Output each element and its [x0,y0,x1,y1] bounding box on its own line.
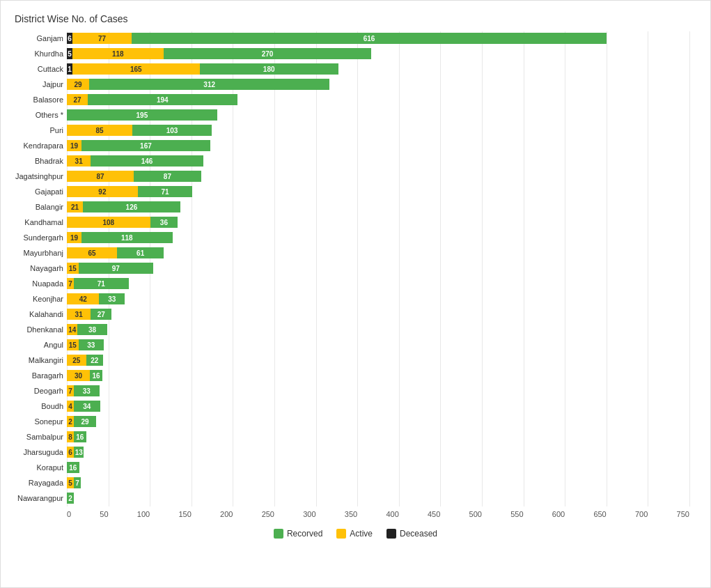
district-label: Jagatsinghpur [8,172,63,180]
bar-group: 1533 [67,339,104,350]
table-row: Jagatsinghpur8787 [67,169,689,183]
table-row: Malkangiri2522 [67,353,689,367]
bar-group: 3016 [67,370,102,381]
bar-recovered: 33 [74,385,100,396]
recovered-label: Recorved [287,529,322,539]
x-tick-label: 650 [593,510,606,518]
table-row: Cuttack1165180 [67,62,689,76]
district-label: Nuapada [8,279,63,288]
bar-deceased: 6 [67,33,72,44]
bar-group: 1165180 [67,63,338,75]
table-row: Gajapati9271 [67,185,689,199]
bar-group: 195 [67,109,217,121]
district-label: Baragarh [8,371,63,380]
bar-active: 15 [67,263,79,274]
district-label: Gajapati [8,187,63,196]
bar-group: 31146 [67,155,203,167]
bar-recovered: 33 [79,339,104,350]
bar-active: 2 [67,416,74,427]
district-label: Rayagada [8,479,63,487]
table-row: Keonjhar4233 [67,292,689,306]
x-tick-label: 600 [552,510,565,518]
district-label: Others * [8,111,63,119]
x-tick-label: 0 [67,510,71,518]
table-row: Sundergarh19118 [67,231,689,245]
table-row: Khurdha5118270 [67,47,689,61]
bar-group: 8787 [67,171,201,182]
bar-active: 27 [67,94,88,105]
x-tick-label: 200 [220,510,233,518]
bar-active: 87 [67,171,134,182]
district-label: Ganjam [8,34,63,42]
bar-group: 2 [67,493,74,504]
bar-group: 85103 [67,125,212,136]
bar-recovered: 13 [74,447,84,458]
table-row: Others *195 [67,108,689,122]
bar-recovered: 61 [117,247,164,258]
bar-active: 85 [67,125,132,136]
bar-group: 3127 [67,309,111,320]
x-tick-label: 550 [510,510,523,518]
district-label: Kendrapara [8,141,63,150]
bar-group: 1597 [67,263,153,274]
bar-active: 25 [67,355,86,366]
bar-active: 6 [67,447,74,458]
bar-recovered: 194 [88,94,237,105]
table-row: Jajpur29312 [67,77,689,91]
bar-recovered: 38 [77,324,107,335]
district-label: Bhadrak [8,157,63,165]
bar-group: 733 [67,385,100,396]
table-row: Nawarangpur2 [67,491,689,505]
legend-active: Active [336,529,373,539]
bar-recovered: 71 [138,186,193,197]
bar-active: 31 [67,155,91,167]
district-label: Sundergarh [8,233,63,242]
bar-active: 30 [67,370,90,381]
deceased-label: Deceased [400,529,437,539]
bar-active: 118 [72,48,164,59]
table-row: Rayagada57 [67,476,689,490]
bar-group: 19118 [67,232,173,243]
bar-active: 92 [67,186,138,197]
legend-deceased: Deceased [386,529,437,539]
table-row: Puri85103 [67,123,689,137]
district-label: Sambalpur [8,433,63,441]
bar-active: 65 [67,247,117,258]
x-tick-label: 400 [386,510,398,518]
legend-recovered: Recorved [274,529,322,539]
bar-active: 19 [67,232,81,243]
bar-recovered: 22 [86,355,103,366]
bar-group: 1438 [67,324,107,335]
recovered-dot [274,529,283,539]
x-tick-label: 150 [178,510,191,518]
bar-recovered: 146 [91,155,203,167]
bar-group: 16 [67,462,79,473]
bar-group: 4233 [67,293,125,304]
active-label: Active [350,529,373,539]
bar-active: 165 [72,63,200,75]
bar-recovered: 270 [164,48,372,59]
table-row: Dhenkanal1438 [67,323,689,336]
bar-active: 31 [67,309,91,320]
bar-deceased: 5 [67,48,72,59]
bar-recovered: 87 [134,171,201,182]
district-label: Kalahandi [8,310,63,318]
x-tick-label: 300 [303,510,315,518]
table-row: Nuapada771 [67,277,689,291]
bar-group: 677616 [67,33,607,44]
district-label: Khurdha [8,49,63,58]
district-label: Balangir [8,203,63,211]
bar-active: 5 [67,477,74,488]
district-label: Koraput [8,463,63,472]
x-tick-label: 250 [262,510,274,518]
district-label: Dhenkanal [8,325,63,334]
bar-group: 6561 [67,247,164,258]
bar-active: 19 [67,140,81,151]
district-label: Jajpur [8,80,63,88]
x-tick-label: 500 [469,510,482,518]
district-label: Jharsuguda [8,448,63,456]
table-row: Bhadrak31146 [67,154,689,168]
table-row: Kendrapara19167 [67,139,689,153]
x-tick-label: 450 [428,510,440,518]
table-row: Jharsuguda613 [67,445,689,459]
